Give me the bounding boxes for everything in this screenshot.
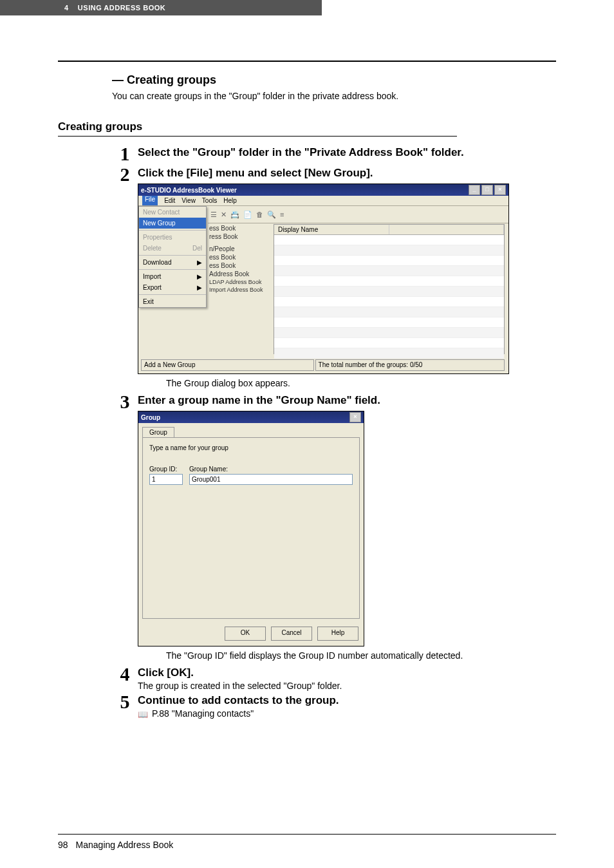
toolbar-icon[interactable]: 📄 (243, 211, 252, 219)
subheading: Creating groups (58, 120, 556, 133)
tree-item[interactable]: Import Address Book (209, 286, 267, 294)
toolbar-icon[interactable]: 📇 (230, 211, 239, 219)
tree-item[interactable]: ress Book (209, 232, 267, 241)
list-row (274, 338, 504, 348)
group-id-field[interactable] (149, 474, 183, 485)
step-4: 4 Click [OK]. The group is created in th… (112, 665, 556, 691)
list-header: Display Name (274, 225, 504, 235)
tree-item[interactable]: n/People (209, 245, 267, 253)
book-icon: 📖 (138, 710, 148, 719)
toolbar-icon[interactable]: ✕ (221, 211, 227, 219)
group-name-field[interactable] (189, 474, 353, 485)
page-number: 98 (58, 840, 68, 850)
list-row (274, 276, 504, 287)
menu-download[interactable]: Download▶ (139, 257, 206, 268)
list-row (274, 317, 504, 328)
page-footer: 98 Managing Address Book (58, 834, 556, 850)
step-2-number: 2 (112, 165, 138, 184)
step-1-title: Select the "Group" folder in the "Privat… (138, 146, 556, 159)
chapter-title: USING ADDRESS BOOK (78, 4, 165, 12)
dialog-titlebar: Group × (138, 411, 364, 423)
menu-import[interactable]: Import▶ (139, 271, 206, 282)
toolbar-icon[interactable]: 🔍 (267, 211, 276, 219)
chapter-number: 4 (64, 4, 69, 12)
toolbar-icon[interactable]: ☰ (210, 211, 217, 219)
step-5: 5 Continue to add contacts to the group.… (112, 692, 556, 719)
list-row (274, 235, 504, 245)
list-row (274, 266, 504, 276)
step-3: 3 Enter a group name in the "Group Name"… (112, 392, 556, 663)
tree-item[interactable]: ess Book (209, 224, 267, 232)
group-name-label: Group Name: (189, 466, 353, 473)
column-2[interactable] (389, 225, 505, 234)
section-title: — Creating groups (112, 73, 556, 87)
menu-tools[interactable]: Tools (202, 197, 217, 204)
menu-view[interactable]: View (181, 197, 196, 204)
tab-group[interactable]: Group (142, 427, 174, 437)
group-id-label: Group ID: (149, 466, 183, 473)
footer-title: Managing Address Book (76, 840, 174, 850)
menu-help[interactable]: Help (223, 197, 237, 204)
reference-text: P.88 "Managing contacts" (152, 708, 254, 719)
tree-panel: ess Book ress Book n/People ess Book ess… (209, 224, 267, 294)
status-left: Add a New Group (141, 359, 314, 371)
maximize-icon[interactable]: □ (481, 185, 493, 195)
close-icon[interactable]: × (349, 412, 361, 422)
step-1: 1 Select the "Group" folder in the "Priv… (112, 144, 556, 164)
menu-file[interactable]: File (142, 196, 158, 205)
chapter-header: 4 USING ADDRESS BOOK (0, 0, 322, 15)
step-5-number: 5 (112, 692, 138, 712)
status-right: The total number of the groups: 0/50 (315, 359, 505, 371)
section-description: You can create groups in the "Group" fol… (112, 91, 556, 101)
menu-export[interactable]: Export▶ (139, 282, 206, 293)
tree-item[interactable]: LDAP Address Book (209, 278, 267, 286)
menubar: File Edit View Tools Help (138, 196, 508, 206)
dialog-instruction: Type a name for your group (149, 444, 353, 451)
file-dropdown: New Contact New Group Properties DeleteD… (138, 206, 207, 308)
menu-new-group[interactable]: New Group (139, 218, 206, 229)
menu-delete: DeleteDel (139, 243, 206, 254)
step-5-title: Continue to add contacts to the group. (138, 694, 556, 707)
step-4-text: The group is created in the selected "Gr… (138, 681, 556, 691)
chevron-right-icon: ▶ (197, 259, 202, 266)
list-row (274, 245, 504, 256)
titlebar-text: e-STUDIO AddressBook Viewer (141, 187, 237, 194)
step-3-number: 3 (112, 392, 138, 411)
ok-button[interactable]: OK (225, 627, 266, 641)
tree-item[interactable]: ess Book (209, 253, 267, 261)
status-bar: Add a New Group The total number of the … (141, 359, 506, 371)
dialog-panel: Type a name for your group Group ID: Gro… (142, 437, 360, 619)
help-button[interactable]: Help (317, 627, 358, 641)
step-4-number: 4 (112, 665, 138, 684)
step-4-title: Click [OK]. (138, 666, 556, 679)
toolbar-icon[interactable]: ≡ (280, 211, 284, 218)
step-3-caption: The "Group ID" field displays the Group … (166, 650, 556, 661)
list-row (274, 297, 504, 307)
dialog-title-text: Group (141, 414, 160, 421)
step-2-caption: The Group dialog box appears. (166, 378, 556, 388)
tree-item[interactable]: Address Book (209, 270, 267, 278)
list-row (274, 307, 504, 317)
tree-item[interactable]: ess Book (209, 261, 267, 270)
list-panel: Display Name (274, 224, 505, 354)
list-row (274, 256, 504, 266)
app-window: e-STUDIO AddressBook Viewer _ □ × File E… (138, 184, 509, 374)
step-2-title: Click the [File] menu and select [New Gr… (138, 167, 556, 180)
menu-exit[interactable]: Exit (139, 296, 206, 307)
minimize-icon[interactable]: _ (469, 185, 480, 195)
group-dialog: Group × Group Type a name for your group… (138, 411, 364, 646)
column-display-name[interactable]: Display Name (274, 225, 389, 234)
divider-top (58, 61, 556, 62)
toolbar: ☰ ✕ 📇 📄 🗑 🔍 ≡ (208, 206, 508, 223)
cancel-button[interactable]: Cancel (271, 627, 312, 641)
list-row (274, 328, 504, 338)
step-3-title: Enter a group name in the "Group Name" f… (138, 394, 556, 407)
close-icon[interactable]: × (494, 185, 506, 195)
step-5-reference: 📖 P.88 "Managing contacts" (138, 708, 556, 719)
toolbar-icon[interactable]: 🗑 (256, 211, 263, 218)
menu-edit[interactable]: Edit (164, 197, 175, 204)
step-2: 2 Click the [File] menu and select [New … (112, 165, 556, 391)
titlebar: e-STUDIO AddressBook Viewer _ □ × (138, 184, 508, 196)
list-row (274, 348, 504, 359)
chevron-right-icon: ▶ (197, 284, 202, 291)
